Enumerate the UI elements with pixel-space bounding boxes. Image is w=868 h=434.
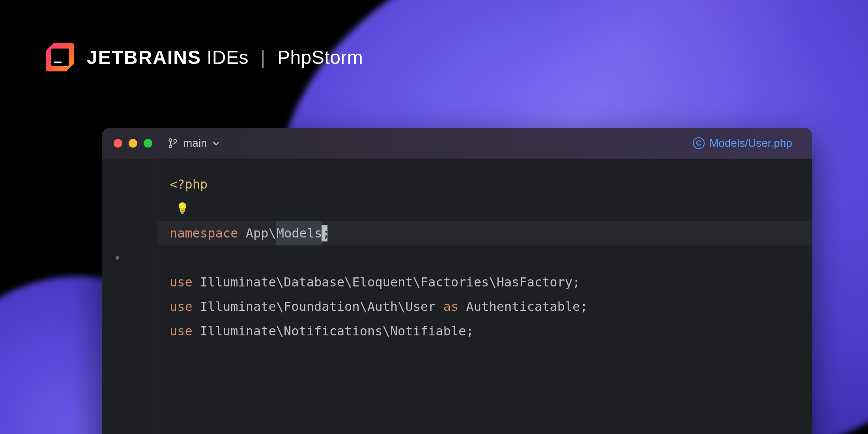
code-line: use Illuminate\Database\Eloquent\Factori… (170, 270, 799, 294)
ide-window: main C Models/User.php <?php 💡 namespace… (102, 128, 812, 434)
branch-icon (168, 138, 178, 149)
code-line-active: namespace App\Models (157, 221, 812, 245)
brand-name: JETBRAINS (87, 47, 201, 68)
maximize-button[interactable] (144, 139, 152, 148)
code-line (170, 245, 799, 270)
editor-area: <?php 💡 namespace App\Models use Illumin… (102, 159, 812, 434)
code-line: 💡 (170, 196, 799, 221)
svg-point-2 (169, 139, 172, 142)
editor-gutter[interactable] (102, 159, 157, 434)
class-icon: C (693, 137, 705, 149)
brand-suffix: IDEs (207, 47, 249, 68)
intention-bulb-icon[interactable]: 💡 (176, 196, 189, 221)
svg-point-4 (174, 140, 177, 142)
brand-text: JETBRAINS IDEs | PhpStorm (87, 47, 363, 68)
svg-point-3 (169, 145, 172, 148)
product-name: PhpStorm (277, 47, 363, 68)
svg-rect-1 (54, 62, 62, 63)
chevron-down-icon (213, 141, 220, 146)
window-controls (114, 139, 152, 148)
brand-header: JETBRAINS IDEs | PhpStorm (44, 41, 363, 73)
svg-rect-0 (51, 49, 69, 66)
file-path-breadcrumb[interactable]: C Models/User.php (693, 137, 792, 150)
window-titlebar: main C Models/User.php (102, 128, 812, 159)
file-path-text: Models/User.php (709, 137, 792, 150)
code-line: use Illuminate\Foundation\Auth\User as A… (170, 294, 799, 319)
close-button[interactable] (114, 139, 122, 148)
divider-pipe: | (260, 47, 266, 68)
minimize-button[interactable] (129, 139, 137, 148)
text-cursor (322, 225, 327, 241)
code-line: use Illuminate\Notifications\Notifiable; (170, 319, 799, 343)
git-branch-selector[interactable]: main (168, 137, 220, 150)
code-line: <?php (170, 172, 799, 196)
code-editor[interactable]: <?php 💡 namespace App\Models use Illumin… (157, 159, 812, 434)
titlebar-left: main (114, 137, 220, 150)
branch-name: main (183, 137, 207, 150)
jetbrains-logo-icon (44, 41, 76, 73)
gutter-mark-icon[interactable] (116, 256, 119, 260)
